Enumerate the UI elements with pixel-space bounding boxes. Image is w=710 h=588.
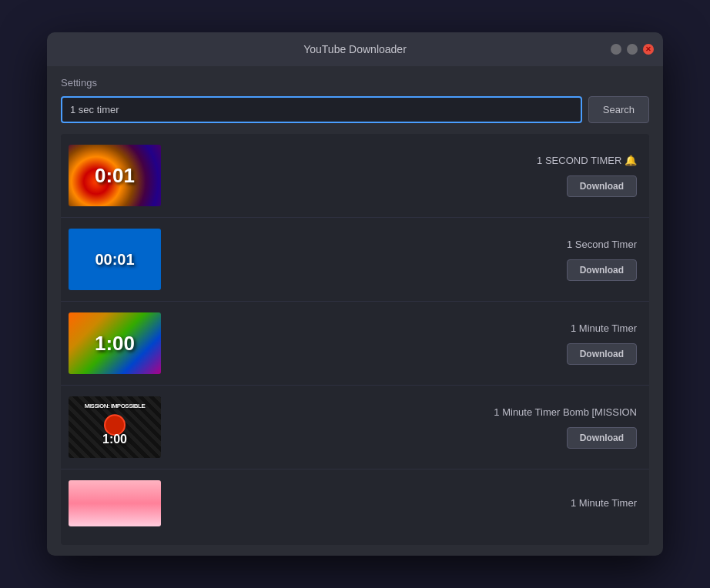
window-title: YouTube Downloader [303,43,407,55]
result-title-5: 1 Minute Timer [571,496,637,510]
timer-display-1: 0:01 [95,164,135,188]
list-item: MISSION: IMPOSSIBLE 1:00 1 Minute Timer … [61,386,649,469]
list-item: 00:01 1 Second Timer Download [61,218,649,302]
app-window: YouTube Downloader Settings Search 0:01 … [47,32,663,556]
results-container[interactable]: 0:01 1 SECOND TIMER 🔔 Download 00:01 1 S… [61,134,649,545]
thumbnail-5 [69,480,161,526]
list-item: 1 Minute Timer [61,469,649,537]
result-title-2: 1 Second Timer [567,238,637,252]
download-button-1[interactable]: Download [567,175,637,197]
minimize-button[interactable] [611,44,621,55]
search-row: Search [61,96,649,123]
list-item: 1:00 1 Minute Timer Download [61,302,649,386]
timer-display-4: 1:00 [102,433,127,446]
thumbnail-3: 1:00 [69,312,161,374]
timer-display-3: 1:00 [95,332,135,356]
thumbnail-1: 0:01 [69,145,161,206]
thumbnail-2: 00:01 [69,229,161,290]
download-button-2[interactable]: Download [567,259,637,281]
result-info-4: 1 Minute Timer Bomb [MISSION Download [172,406,641,449]
content-area: Settings Search 0:01 1 SECOND TIMER 🔔 Do… [47,66,663,556]
download-button-4[interactable]: Download [567,427,637,449]
result-info-5: 1 Minute Timer [172,496,641,510]
search-input[interactable] [61,96,582,123]
mi-text: MISSION: IMPOSSIBLE [72,403,158,409]
result-title-3: 1 Minute Timer [571,322,637,336]
thumbnail-4: MISSION: IMPOSSIBLE 1:00 [69,396,161,458]
close-button[interactable] [643,44,654,55]
maximize-button[interactable] [627,44,638,55]
settings-label: Settings [61,77,649,89]
window-controls [611,44,654,55]
result-info-3: 1 Minute Timer Download [172,322,641,365]
list-item: 0:01 1 SECOND TIMER 🔔 Download [61,134,649,218]
title-bar: YouTube Downloader [47,32,663,66]
download-button-3[interactable]: Download [567,343,637,365]
search-button[interactable]: Search [588,96,649,123]
result-info-1: 1 SECOND TIMER 🔔 Download [172,154,641,197]
timer-display-2: 00:01 [95,251,134,269]
result-info-2: 1 Second Timer Download [172,238,641,281]
result-title-4: 1 Minute Timer Bomb [MISSION [494,406,637,419]
result-title-1: 1 SECOND TIMER 🔔 [537,154,637,168]
